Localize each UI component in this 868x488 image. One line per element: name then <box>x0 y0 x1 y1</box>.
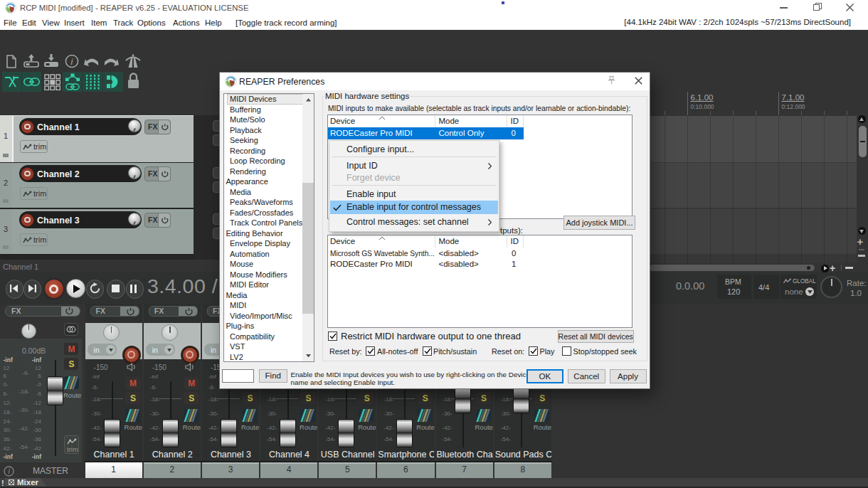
svg-text:i: i <box>71 56 74 67</box>
svg-text:i: i <box>8 467 10 475</box>
